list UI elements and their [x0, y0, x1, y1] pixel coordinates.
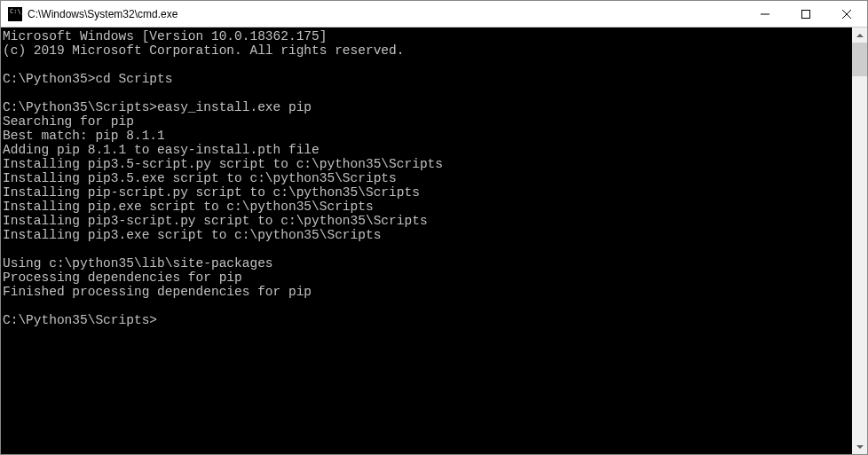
terminal-prompt-line[interactable]: C:\Python35\Scripts>	[3, 313, 852, 327]
minimize-button[interactable]	[745, 1, 785, 27]
titlebar[interactable]: C:\Windows\System32\cmd.exe	[1, 1, 867, 27]
client-area: Microsoft Windows [Version 10.0.18362.17…	[1, 27, 867, 454]
terminal-line	[3, 242, 852, 256]
terminal-line: Microsoft Windows [Version 10.0.18362.17…	[3, 29, 852, 43]
terminal-line	[3, 58, 852, 72]
vertical-scrollbar[interactable]	[852, 27, 867, 454]
terminal-line: Searching for pip	[3, 114, 852, 129]
terminal-line: Installing pip3-script.py script to c:\p…	[3, 214, 852, 228]
scroll-down-button[interactable]	[852, 439, 867, 454]
close-icon	[842, 10, 851, 19]
scrollbar-track[interactable]	[852, 43, 867, 439]
terminal-line	[3, 86, 852, 100]
terminal-line: C:\Python35>cd Scripts	[3, 72, 852, 86]
terminal-line: Best match: pip 8.1.1	[3, 129, 852, 143]
chevron-down-icon	[856, 445, 864, 449]
terminal-line: Processing dependencies for pip	[3, 271, 852, 285]
terminal-line: Installing pip3.5.exe script to c:\pytho…	[3, 171, 852, 185]
terminal-line: (c) 2019 Microsoft Corporation. All righ…	[3, 43, 852, 58]
scrollbar-thumb[interactable]	[852, 43, 867, 76]
terminal-line: Using c:\python35\lib\site-packages	[3, 256, 852, 271]
close-button[interactable]	[826, 1, 867, 27]
window-title: C:\Windows\System32\cmd.exe	[28, 8, 745, 20]
cmd-icon	[8, 7, 22, 21]
terminal-prompt: C:\Python35\Scripts>	[3, 313, 157, 327]
minimize-icon	[761, 10, 769, 19]
terminal-line: Installing pip3.5-script.py script to c:…	[3, 157, 852, 171]
terminal-line: Adding pip 8.1.1 to easy-install.pth fil…	[3, 143, 852, 157]
svg-rect-0	[802, 10, 810, 18]
terminal-line: C:\Python35\Scripts>easy_install.exe pip	[3, 100, 852, 114]
terminal-line: Finished processing dependencies for pip	[3, 285, 852, 299]
window-controls	[745, 1, 867, 27]
chevron-up-icon	[856, 34, 864, 37]
scroll-up-button[interactable]	[852, 27, 867, 43]
terminal-line: Installing pip.exe script to c:\python35…	[3, 200, 852, 214]
terminal-line: Installing pip3.exe script to c:\python3…	[3, 228, 852, 242]
terminal-line: Installing pip-script.py script to c:\py…	[3, 185, 852, 200]
terminal-line	[3, 299, 852, 313]
maximize-button[interactable]	[785, 1, 826, 27]
terminal-output[interactable]: Microsoft Windows [Version 10.0.18362.17…	[1, 27, 852, 454]
maximize-icon	[801, 10, 810, 19]
